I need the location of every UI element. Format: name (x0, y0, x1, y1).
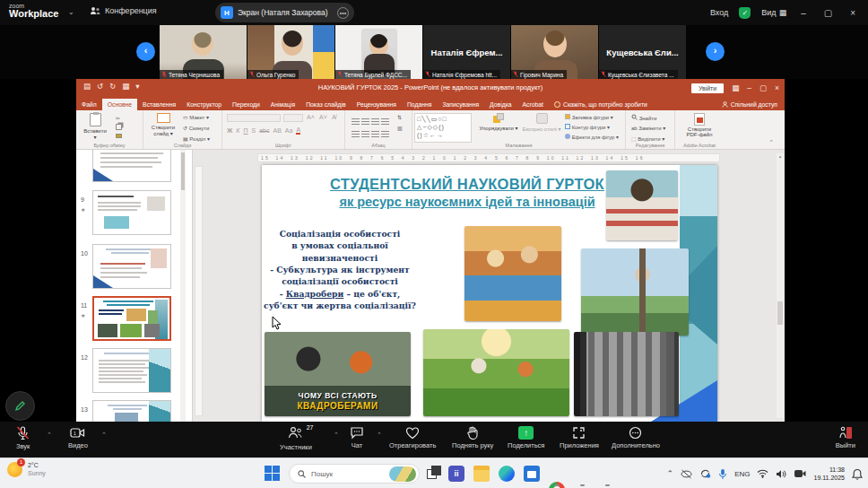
ppt-minimize-button[interactable]: – (747, 83, 751, 92)
shrink-font-button[interactable]: A˅ (319, 114, 327, 120)
shield-check-icon[interactable]: ✓ (739, 7, 751, 19)
tab-recording[interactable]: Записування (437, 99, 484, 110)
participant-tile[interactable]: Тетяна Бурлей ФДСС... (335, 25, 422, 79)
section-button[interactable]: ▤ Розділ ▾ (183, 135, 210, 142)
video-options-chevron[interactable]: ⌃ (101, 431, 107, 439)
slide-thumbnail-12[interactable] (92, 348, 171, 393)
close-button[interactable]: × (846, 8, 859, 18)
office-signin-button[interactable]: Увійти (691, 83, 724, 93)
create-pdf-button[interactable]: Створити PDF-файл (681, 113, 717, 137)
collapse-ribbon-icon[interactable]: ⌃ (768, 139, 774, 146)
text-direction-button[interactable]: ⇅ (397, 114, 402, 120)
tab-insert[interactable]: Вставлення (137, 99, 181, 110)
quick-styles-button[interactable]: Експрес-стилі ▾ (522, 113, 561, 132)
format-painter-button[interactable] (116, 134, 122, 139)
participants-options-chevron[interactable]: ⌃ (334, 431, 339, 439)
file-explorer-icon[interactable] (473, 466, 490, 482)
tab-home[interactable]: Основне (102, 99, 137, 110)
start-button[interactable] (265, 466, 280, 481)
edge-icon[interactable] (499, 466, 515, 482)
participant-tile[interactable]: Ольга Гуренко (247, 25, 334, 79)
camera-tray-icon[interactable] (794, 469, 806, 478)
chevron-down-icon[interactable]: ⌄ (68, 8, 74, 16)
vertical-ruler[interactable] (195, 166, 203, 416)
ppt-restore-button[interactable]: ▢ (760, 83, 767, 92)
clock[interactable]: 11:38 19.11.2025 (813, 466, 845, 482)
tab-slideshow[interactable]: Показ слайдів (300, 99, 352, 110)
editor-scrollbar[interactable]: ▴ (777, 153, 784, 418)
ppt-close-button[interactable]: × (775, 83, 779, 92)
share-document-button[interactable]: Спільний доступ (722, 101, 777, 108)
tab-review[interactable]: Рецензування (352, 99, 402, 110)
columns-button[interactable]: ▥ (397, 125, 403, 131)
audio-options-chevron[interactable]: ⌃ (47, 431, 52, 439)
tab-file[interactable]: Файл (76, 99, 102, 110)
ellipsis-icon[interactable]: ••• (337, 7, 349, 19)
slide-thumbnail-8[interactable] (92, 150, 171, 182)
tell-me-box[interactable]: Скажіть, що потрібно зробити (549, 99, 653, 110)
react-button[interactable]: Отреагировать (389, 426, 436, 449)
shapes-gallery[interactable]: □╲╲▭○□ △~◇◇() ()☆←→ (414, 113, 472, 143)
layout-button[interactable]: ▭ Макет ▾ (183, 114, 209, 120)
replace-button[interactable]: ab Замінити ▾ (631, 125, 665, 131)
new-slide-button[interactable]: Створити слайд ▾ (147, 113, 179, 136)
leave-button[interactable]: Выйти (836, 426, 855, 449)
grow-font-button[interactable]: A˄ (307, 114, 315, 120)
annotation-pen-button[interactable] (5, 391, 35, 421)
underline-button[interactable]: П (243, 127, 247, 134)
weather-widget[interactable]: 1 2°C Sunny (7, 462, 46, 478)
teams-icon[interactable]: ii (448, 466, 464, 482)
language-label[interactable]: ENG (734, 470, 750, 478)
minimize-button[interactable]: – (797, 8, 810, 18)
align-buttons[interactable] (351, 126, 390, 143)
shape-fill-button[interactable]: Заливка фігури ▾ (565, 114, 613, 120)
reset-button[interactable]: ↺ Скинути (183, 125, 209, 131)
volume-icon[interactable] (776, 469, 786, 479)
font-size-select[interactable] (283, 114, 303, 122)
change-case-button[interactable]: Аа (285, 127, 293, 134)
shadow-button[interactable]: S (252, 127, 256, 134)
horizontal-ruler[interactable]: 15 14 13 12 11 10 9 8 7 6 5 4 3 2 1 0 1 … (257, 153, 720, 162)
restore-button[interactable]: ▢ (820, 8, 836, 18)
ribbon-options-icon[interactable]: ▦ (732, 83, 739, 92)
italic-button[interactable]: К (236, 127, 239, 134)
wifi-icon[interactable] (757, 469, 768, 478)
cut-button[interactable]: ✂ (116, 115, 120, 121)
signin-link[interactable]: Вход (710, 8, 728, 17)
tab-design[interactable]: Конструктор (181, 99, 227, 110)
strikethrough-button[interactable]: abc (259, 127, 269, 134)
store-icon[interactable] (524, 466, 540, 482)
view-button[interactable]: Вид ▦ (761, 8, 786, 17)
paste-button[interactable]: Вставити ▾ (82, 113, 108, 140)
select-button[interactable]: ⬚ Виділити ▾ (631, 135, 664, 142)
audio-button[interactable]: Звук (16, 426, 30, 450)
tab-help[interactable]: Довідка (484, 99, 516, 110)
sync-tray-icon[interactable] (699, 468, 711, 479)
chat-button[interactable]: Чат (350, 426, 364, 449)
font-name-select[interactable] (227, 114, 281, 122)
participants-button[interactable]: 27 Участники (280, 426, 312, 451)
slide-canvas[interactable]: СТУДЕНТСЬКИЙ НАУКОВИЙ ГУРТОК як ресурс н… (262, 165, 717, 422)
screen-share-pill[interactable]: Н Экран (Наталя Захарова) ••• (215, 3, 354, 22)
shape-effects-button[interactable]: Ефекти для фігур ▾ (565, 134, 619, 140)
participant-tile[interactable]: Наталія Єфрем... Наталія Єфремова htt... (423, 25, 510, 79)
tab-transitions[interactable]: Переходи (227, 99, 265, 110)
copy-button[interactable] (116, 124, 122, 131)
shape-outline-button[interactable]: Контур фігури ▾ (565, 124, 610, 130)
arrange-button[interactable]: Упорядкувати ▾ (477, 113, 520, 131)
apps-button[interactable]: Приложения (560, 426, 599, 449)
video-button[interactable]: 1 Видео (68, 426, 88, 449)
prev-participants-button[interactable]: ‹ (136, 42, 155, 61)
char-spacing-button[interactable]: АВ (273, 127, 281, 134)
share-screen-button[interactable]: ↑ Поделиться (508, 426, 544, 449)
participant-tile[interactable]: Гірович Марина (511, 25, 598, 79)
tab-view[interactable]: Подання (402, 99, 437, 110)
chat-options-chevron[interactable]: ⌃ (377, 431, 382, 439)
task-view-icon[interactable] (427, 466, 443, 482)
thumbnails-scrollbar[interactable] (180, 150, 186, 422)
clear-format-button[interactable]: A̸ (332, 114, 336, 120)
participant-tile[interactable]: Тетяна Чернишова (160, 25, 247, 79)
raise-hand-button[interactable]: Поднять руку (452, 426, 493, 449)
tab-meeting[interactable]: Конференция (90, 6, 157, 15)
search-box[interactable]: Пошук (289, 464, 420, 484)
